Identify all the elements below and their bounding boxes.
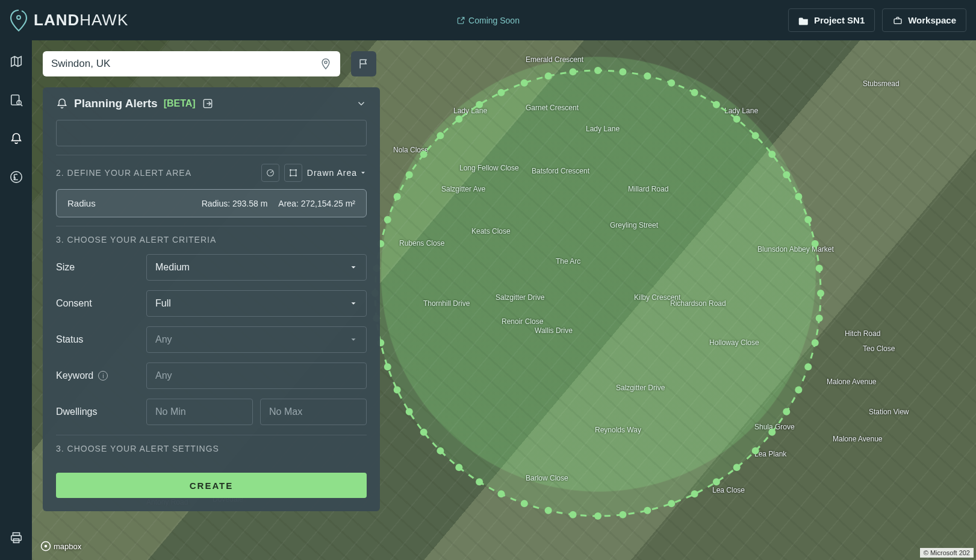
svg-point-64 [816,265,823,272]
svg-point-20 [668,500,675,507]
pin-icon [320,57,332,71]
location-search-input[interactable] [51,58,320,70]
imagery-credit: © Microsoft 202 [920,548,974,558]
svg-point-4 [10,172,21,182]
consent-select[interactable]: Full [146,290,367,317]
folder-icon [798,16,809,25]
consent-label: Consent [56,298,146,309]
keyword-input[interactable] [155,370,358,381]
top-bar: LANDHAWK Coming Soon Project SN1 Workspa… [0,0,976,40]
svg-point-22 [619,511,626,518]
status-label: Status [56,334,146,345]
polygon-tool-button[interactable] [284,164,302,182]
map-canvas[interactable]: Lady LaneLady LaneLady LaneGarnet Cresce… [32,40,976,560]
svg-point-47 [497,89,505,96]
svg-point-9 [817,290,824,297]
svg-point-58 [752,132,759,139]
radius-readout[interactable]: Radius Radius: 293.58 m Area: 272,154.25… [56,189,367,217]
open-external-icon[interactable] [202,98,214,110]
collapse-icon[interactable] [356,98,367,109]
svg-point-61 [795,193,802,200]
rail-pricing-button[interactable] [6,167,26,187]
planning-alerts-panel: Planning Alerts [BETA] 2. DEFINE YOUR AL… [43,87,380,511]
svg-point-26 [521,500,528,507]
svg-point-74 [295,175,297,176]
coming-soon-link[interactable]: Coming Soon [456,16,520,25]
svg-point-56 [713,101,720,108]
svg-point-16 [752,447,759,455]
svg-point-66 [45,545,48,548]
rail-search-layers-button[interactable] [6,90,26,110]
svg-point-41 [394,193,401,200]
svg-point-27 [497,490,505,497]
status-select[interactable]: Any [146,326,367,353]
beta-badge: [BETA] [164,98,196,109]
alert-name-input[interactable] [56,120,367,146]
location-search[interactable] [43,51,340,76]
svg-point-0 [17,16,20,19]
svg-rect-2 [11,95,19,105]
chevron-down-icon [359,169,367,176]
svg-point-34 [384,363,391,370]
section-criteria: 3. CHOOSE YOUR ALERT CRITERIA [56,235,367,244]
project-button-label: Project SN1 [814,15,865,25]
svg-point-67 [325,61,327,63]
svg-point-17 [733,464,741,471]
svg-point-15 [768,429,776,436]
info-icon[interactable]: i [98,371,108,381]
svg-point-45 [455,116,462,123]
svg-point-10 [816,314,823,322]
keyword-label: Keyword i [56,370,146,381]
mapbox-attribution: mapbox [40,541,81,552]
svg-point-53 [644,72,651,79]
svg-point-60 [783,171,790,178]
svg-point-42 [406,171,413,178]
dwellings-max-input[interactable] [269,406,358,417]
svg-rect-6 [11,535,21,540]
svg-point-46 [476,101,483,108]
radius-tool-button[interactable] [261,164,279,182]
area-mode-select[interactable]: Drawn Area [307,168,367,178]
svg-point-30 [437,447,444,455]
svg-point-71 [290,169,291,171]
svg-point-44 [437,132,444,139]
logo[interactable]: LANDHAWK [10,9,128,32]
section-settings: 3. CHOOSE YOUR ALERT SETTINGS [56,444,367,453]
flag-button[interactable] [351,51,376,76]
panel-header[interactable]: Planning Alerts [BETA] [43,87,380,120]
create-button[interactable]: CREATE [56,473,367,498]
rail-map-button[interactable] [6,51,26,72]
svg-point-51 [594,67,601,74]
dwellings-label: Dwellings [56,406,146,417]
svg-point-50 [570,68,577,75]
svg-point-19 [691,490,698,497]
svg-point-57 [733,116,741,123]
dwellings-min-input[interactable] [155,406,244,417]
project-button[interactable]: Project SN1 [788,8,875,32]
svg-point-14 [783,408,790,415]
svg-point-73 [290,175,291,176]
svg-point-18 [713,478,720,485]
area-value: Area: 272,154.25 m² [278,199,355,208]
svg-rect-70 [290,170,296,175]
radius-value: Radius: 293.58 m [202,199,268,208]
svg-point-63 [812,240,819,247]
rail-print-button[interactable] [6,527,26,548]
svg-point-24 [570,511,577,518]
svg-point-21 [644,507,651,514]
svg-point-12 [804,363,812,370]
flag-icon [358,57,370,70]
size-select[interactable]: Medium [146,254,367,281]
svg-point-48 [521,79,528,87]
svg-point-55 [691,89,698,96]
svg-point-43 [420,151,427,158]
size-label: Size [56,262,146,273]
svg-point-25 [545,507,552,514]
workspace-button[interactable]: Workspace [882,8,966,32]
svg-rect-1 [894,19,901,23]
keyword-input-wrap [146,362,367,389]
mapbox-icon [40,541,51,552]
briefcase-icon [892,16,903,25]
rail-alerts-button[interactable] [6,128,26,149]
svg-point-62 [804,216,812,223]
